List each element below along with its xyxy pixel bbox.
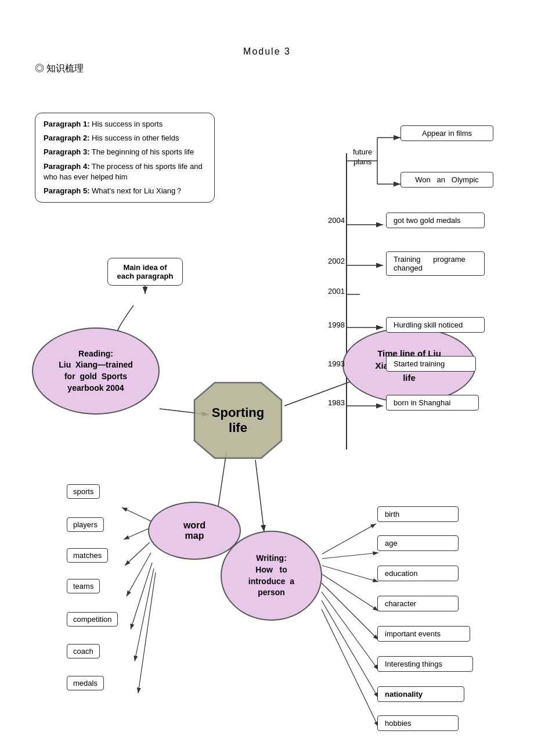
event-1983: born in Shanghai (386, 395, 479, 411)
writing-oval: Writing:How tointroduce aperson (221, 531, 322, 621)
word-matches: matches (67, 548, 108, 563)
right-education: education (377, 566, 459, 581)
event-2002: Training programechanged (386, 251, 485, 276)
writing-oval-text: Writing:How tointroduce aperson (248, 553, 294, 598)
para5-text: What's next for Liu Xiang？ (89, 186, 183, 195)
reading-oval-text: Reading: Liu Xiang—trained for gold Spor… (59, 348, 133, 394)
svg-line-24 (322, 524, 376, 554)
year-2002: 2002 (328, 257, 345, 265)
svg-line-17 (122, 507, 153, 522)
word-players: players (67, 517, 104, 532)
svg-line-21 (131, 563, 152, 629)
event-2004: got two gold medals (386, 213, 485, 228)
svg-line-25 (322, 553, 378, 559)
para3-text: The beginning of his sports life (89, 147, 194, 156)
svg-line-27 (322, 574, 378, 611)
right-interesting-things: Interesting things (377, 656, 473, 672)
future-event-1: Appear in films (400, 125, 493, 141)
future-plans-label: futureplans (353, 147, 372, 167)
word-competition: competition (67, 612, 118, 627)
page-title: Module 3 (0, 46, 534, 57)
paragraph-box: Paragraph 1: His success in sports Parag… (35, 113, 215, 203)
svg-line-20 (127, 553, 151, 596)
right-character: character (377, 596, 459, 611)
wordmap-oval: wordmap (148, 502, 241, 560)
reading-oval: Reading: Liu Xiang—trained for gold Spor… (32, 327, 160, 415)
word-medals: medals (67, 676, 104, 690)
main-idea-box: Main idea of each paragraph (107, 258, 183, 286)
para4-label: Paragraph 4: (44, 162, 89, 171)
word-coach: coach (67, 644, 100, 658)
central-shape: Sportinglife (192, 380, 284, 461)
right-age: age (377, 535, 459, 551)
section-label: ◎ 知识梳理 (35, 63, 534, 75)
right-important-events: important events (377, 626, 470, 642)
svg-line-29 (322, 592, 378, 670)
para2-text: His success in other fields (89, 134, 179, 142)
future-event-2: Won an Olympic (400, 172, 493, 188)
year-1998: 1998 (328, 321, 345, 329)
year-2001: 2001 (328, 287, 345, 296)
main-idea-label: Main idea of each paragraph (117, 263, 174, 280)
right-birth: birth (377, 506, 459, 522)
svg-line-18 (124, 528, 150, 539)
para3-label: Paragraph 3: (44, 147, 89, 156)
para5-label: Paragraph 5: (44, 186, 89, 195)
event-1998: Hurdling skill noticed (386, 317, 485, 333)
word-teams: teams (67, 579, 100, 593)
wordmap-text: wordmap (183, 520, 205, 541)
para1-label: Paragraph 1: (44, 120, 89, 128)
right-nationality: nationality (377, 686, 464, 702)
svg-line-16 (255, 460, 264, 532)
svg-line-26 (322, 566, 378, 582)
para1-text: His success in sports (89, 120, 163, 128)
right-hobbies: hobbies (377, 715, 459, 731)
year-1983: 1983 (328, 398, 345, 407)
svg-line-19 (125, 542, 150, 566)
svg-line-22 (135, 568, 154, 661)
year-1993: 1993 (328, 359, 345, 368)
para2-label: Paragraph 2: (44, 134, 89, 142)
svg-line-28 (322, 583, 378, 640)
svg-line-23 (138, 573, 156, 693)
central-text: Sportinglife (192, 380, 284, 461)
year-2004: 2004 (328, 216, 345, 225)
event-1993: Started training (386, 356, 476, 372)
svg-line-31 (322, 609, 378, 727)
word-sports: sports (67, 484, 100, 499)
svg-line-30 (322, 600, 378, 698)
